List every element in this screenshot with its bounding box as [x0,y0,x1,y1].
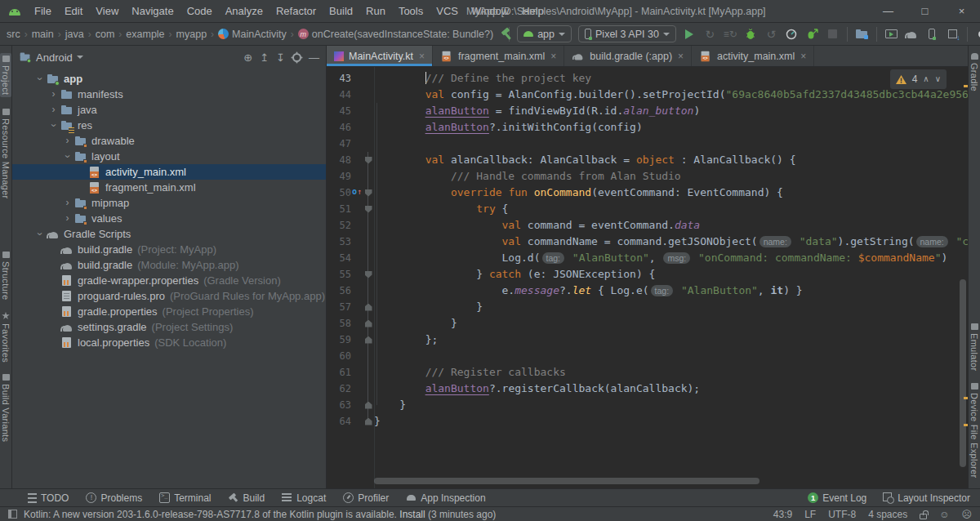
tree-row-manifests[interactable]: ›manifests [12,87,326,102]
tree-row-java[interactable]: ›java [12,102,326,118]
tree-chevron-icon[interactable]: › [60,211,74,226]
project-view-mode[interactable]: Android [36,51,73,64]
stripe-item-device-file-explorer[interactable]: Device File Explorer [969,383,979,478]
toolwindow-button-problems[interactable]: Problems [86,492,142,504]
fold-marker-icon[interactable] [363,266,374,283]
tree-chevron-icon[interactable]: › [60,133,74,149]
tree-chevron-icon[interactable]: › [47,102,60,118]
minimize-button[interactable]: — [870,0,906,23]
profile-app-button[interactable] [802,25,822,43]
debug-button[interactable] [741,25,761,43]
fold-marker-icon[interactable] [363,413,374,430]
fold-marker-icon[interactable] [363,152,374,168]
fold-marker-icon[interactable] [363,332,374,348]
fold-marker-icon[interactable] [363,315,374,332]
device-file-explorer-button[interactable] [852,25,872,43]
breadcrumb-item[interactable]: com [94,28,117,41]
toolwindow-button-terminal[interactable]: Terminal [159,492,211,504]
toolwindow-button-build[interactable]: Build [229,492,265,504]
run-button[interactable] [679,25,700,43]
stripe-item-favorites[interactable]: Favorites [1,312,11,363]
next-issue-icon[interactable]: ∨ [935,71,941,87]
override-marker-icon[interactable]: o↑ [351,185,363,201]
menu-vcs[interactable]: VCS [430,2,465,20]
tree-row-local.properties[interactable]: local.properties(SDK Location) [12,335,326,350]
code-editor[interactable]: 4 ∧ ∨ 43 /// Define the project key44 va… [327,67,968,488]
tree-row-mipmap[interactable]: ›mipmap [12,195,326,211]
breadcrumb-item[interactable]: example [124,28,166,41]
tree-chevron-icon[interactable]: › [47,87,60,102]
stripe-item-project[interactable]: Project [0,53,11,97]
device-manager-button[interactable] [922,25,942,43]
menu-analyze[interactable]: Analyze [219,2,270,20]
menu-code[interactable]: Code [180,2,219,20]
tab-build.gradle---app-[interactable]: build.gradle (:app)× [564,46,692,66]
close-icon[interactable]: × [800,51,806,62]
tree-chevron-icon[interactable]: › [32,227,47,241]
tree-chevron-icon[interactable]: › [32,72,47,86]
search-everywhere-button[interactable] [972,25,980,43]
toolwindow-button-event-log[interactable]: 1Event Log [808,492,866,504]
menu-edit[interactable]: Edit [58,2,89,20]
tree-row-settings.gradle[interactable]: settings.gradle(Project Settings) [12,319,326,335]
tree-row-build.gradle[interactable]: build.gradle(Project: MyApp) [12,242,326,257]
breadcrumb-item[interactable]: java [64,28,86,41]
breadcrumb-item[interactable]: MainActivity [216,28,288,41]
hide-panel-icon[interactable]: — [309,51,319,64]
toolwindow-button-layout-inspector[interactable]: Layout Inspector [883,492,970,504]
stop-button[interactable] [822,25,843,43]
tree-row-gradle-wrapper.properties[interactable]: gradle-wrapper.properties(Gradle Version… [12,273,326,288]
sdk-manager-button[interactable] [942,25,963,43]
tree-row-gradle-scripts[interactable]: ›Gradle Scripts [12,226,326,242]
stripe-item-build-variants[interactable]: Build Variants [1,374,11,442]
toolwindow-button-todo[interactable]: TODO [28,492,69,504]
inspection-widget[interactable]: 4 ∧ ∨ [890,69,947,89]
tree-row-build.gradle[interactable]: build.gradle(Module: MyApp.app) [12,257,326,273]
sync-gradle-button[interactable] [902,25,922,43]
install-link[interactable]: Install [399,509,425,520]
stripe-item-emulator[interactable]: Emulator [969,323,979,371]
toolwindow-button-app-inspection[interactable]: App Inspection [406,492,485,504]
settings-gear-icon[interactable] [292,53,301,62]
menu-run[interactable]: Run [359,2,392,20]
chevron-down-icon[interactable] [77,56,83,59]
tree-row-res[interactable]: ›res [12,118,326,133]
profile-button[interactable] [782,25,802,43]
tree-row-app[interactable]: ›app [12,71,326,87]
warning-stripe-mark[interactable] [964,424,968,426]
menu-refactor[interactable]: Refactor [270,2,323,20]
expand-all-icon[interactable]: ↥ [260,51,269,64]
tree-row-gradle.properties[interactable]: gradle.properties(Project Properties) [12,304,326,319]
file-encoding[interactable]: UTF-8 [828,509,856,520]
happy-face-icon[interactable]: ☺ [939,510,949,519]
tab-activity_main.xml[interactable]: activity_main.xml× [692,46,814,66]
tree-chevron-icon[interactable]: › [60,195,74,211]
fold-marker-icon[interactable] [363,299,374,315]
fold-marker-icon[interactable] [363,397,374,413]
stripe-item-resource-manager[interactable]: Resource Manager [1,109,11,198]
breadcrumb-item[interactable]: onCreate(savedInstanceState: Bundle?) [296,28,495,41]
indent-setting[interactable]: 4 spaces [868,509,907,520]
fold-marker-icon[interactable] [363,201,374,217]
tool-window-toggle-icon[interactable] [8,510,17,519]
tree-row-fragment_main.xml[interactable]: fragment_main.xml [12,180,326,195]
layout-inspector-button[interactable] [881,25,902,43]
close-icon[interactable]: × [550,51,556,62]
line-ending[interactable]: LF [804,509,816,520]
tab-mainactivity.kt[interactable]: MainActivity.kt× [327,46,433,66]
warning-stripe-mark[interactable] [964,397,968,399]
collapse-all-icon[interactable]: ↧ [276,51,285,64]
apply-changes-button[interactable]: ↻ [700,25,720,43]
attach-debugger-button[interactable]: ↺ [761,25,782,43]
close-icon[interactable]: × [419,51,425,62]
tree-row-activity_main.xml[interactable]: activity_main.xml [12,164,326,180]
menu-view[interactable]: View [89,2,125,20]
device-dropdown[interactable]: Pixel 3 API 30 [578,25,676,42]
tree-row-proguard-rules.pro[interactable]: proguard-rules.pro(ProGuard Rules for My… [12,288,326,304]
toolwindow-button-logcat[interactable]: Logcat [282,492,326,504]
menu-navigate[interactable]: Navigate [125,2,180,20]
fold-marker-icon[interactable] [363,185,374,201]
maximize-button[interactable]: □ [906,0,943,23]
breadcrumb-item[interactable]: main [30,28,56,41]
tree-chevron-icon[interactable]: › [46,118,61,132]
